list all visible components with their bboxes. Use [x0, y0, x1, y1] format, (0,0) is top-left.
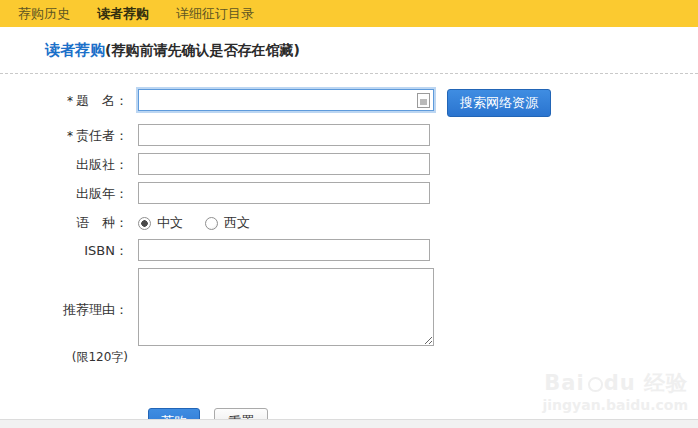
form-row-language: 语 种： 中文 西文	[0, 211, 698, 232]
nav-tab-detail-catalog[interactable]: 详细征订目录	[176, 0, 254, 27]
reason-label: 推荐理由： (限120字)	[0, 268, 138, 396]
language-option-chinese[interactable]: 中文	[157, 214, 183, 232]
language-option-western[interactable]: 西文	[224, 214, 250, 232]
bottom-gray-strip	[0, 419, 698, 428]
isbn-input[interactable]	[138, 239, 430, 261]
title-input[interactable]	[138, 89, 434, 111]
reason-limit-note: (限120字)	[0, 349, 128, 366]
top-navbar: 荐购历史 读者荐购 详细征订目录	[0, 0, 698, 27]
recommend-form: *题 名： 搜索网络资源 *责任者： 出版社： 出版年： 语 种： 中文 西文 …	[0, 89, 698, 428]
search-web-resources-button[interactable]: 搜索网络资源	[447, 89, 551, 117]
page-header: 读者荐购(荐购前请先确认是否存在馆藏)	[45, 40, 698, 61]
form-row-reason: 推荐理由： (限120字)	[0, 268, 698, 396]
dashed-separator	[0, 73, 698, 74]
required-mark: *	[67, 129, 73, 143]
author-input[interactable]	[138, 124, 430, 146]
nav-tab-reader-recommend[interactable]: 读者荐购	[97, 0, 149, 27]
pub-year-input[interactable]	[138, 182, 430, 204]
autofill-dropdown-icon[interactable]	[417, 93, 430, 108]
language-radio-western[interactable]	[205, 217, 218, 230]
publisher-label: 出版社：	[0, 153, 138, 174]
page-subtitle: (荐购前请先确认是否存在馆藏)	[105, 42, 300, 58]
language-label: 语 种：	[0, 211, 138, 232]
title-label: *题 名：	[0, 89, 138, 110]
reason-textarea[interactable]	[138, 268, 434, 346]
form-row-isbn: ISBN：	[0, 239, 698, 261]
required-mark: *	[67, 94, 73, 108]
form-row-publisher: 出版社：	[0, 153, 698, 175]
nav-tab-purchase-history[interactable]: 荐购历史	[18, 0, 70, 27]
form-row-pub-year: 出版年：	[0, 182, 698, 204]
pub-year-label: 出版年：	[0, 182, 138, 203]
form-row-author: *责任者：	[0, 124, 698, 146]
isbn-label: ISBN：	[0, 239, 138, 260]
publisher-input[interactable]	[138, 153, 430, 175]
form-row-title: *题 名： 搜索网络资源	[0, 89, 698, 117]
author-label: *责任者：	[0, 124, 138, 145]
page-title: 读者荐购	[45, 41, 105, 59]
language-radio-chinese[interactable]	[138, 217, 151, 230]
